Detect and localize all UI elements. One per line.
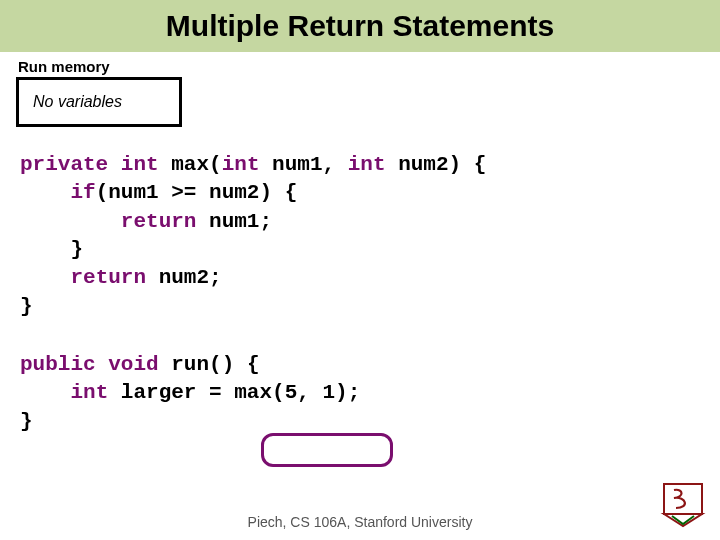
brace-close: }	[20, 410, 33, 433]
ret-num1: num1;	[209, 210, 272, 233]
fn-max: max(	[171, 153, 221, 176]
param-num2: num2) {	[398, 153, 486, 176]
param-num1: num1,	[272, 153, 335, 176]
footer-text: Piech, CS 106A, Stanford University	[0, 514, 720, 530]
fn-run: run() {	[171, 353, 259, 376]
if-cond: (num1 >= num2) {	[96, 181, 298, 204]
kw-public: public	[20, 353, 96, 376]
run-memory-box: No variables	[16, 77, 182, 127]
larger-line: larger = max(5, 1);	[121, 381, 360, 404]
run-memory-label: Run memory	[18, 58, 720, 75]
kw-int: int	[222, 153, 260, 176]
code-block-run: public void run() { int larger = max(5, …	[20, 351, 720, 436]
kw-int: int	[70, 381, 108, 404]
stanford-logo	[660, 478, 706, 528]
brace-close: }	[20, 295, 33, 318]
code-block-max: private int max(int num1, int num2) { if…	[20, 151, 720, 321]
kw-int: int	[121, 153, 159, 176]
kw-void: void	[108, 353, 158, 376]
kw-return: return	[121, 210, 197, 233]
slide-title: Multiple Return Statements	[166, 9, 554, 43]
run-memory-content: No variables	[33, 93, 122, 111]
kw-return: return	[70, 266, 146, 289]
kw-if: if	[70, 181, 95, 204]
ret-num2: num2;	[159, 266, 222, 289]
kw-int: int	[348, 153, 386, 176]
highlight-oval	[261, 433, 393, 467]
kw-private: private	[20, 153, 108, 176]
brace-close: }	[70, 238, 83, 261]
title-band: Multiple Return Statements	[0, 0, 720, 52]
